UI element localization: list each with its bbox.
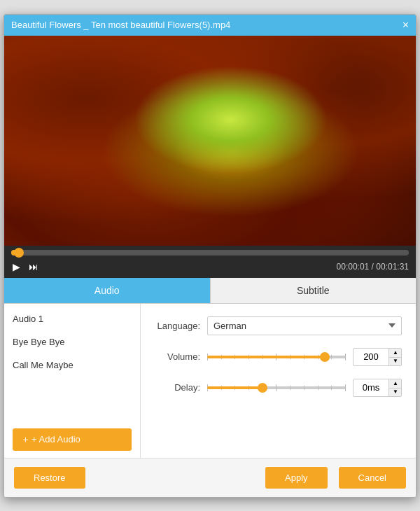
audio-item[interactable]: Bye Bye Bye <box>4 330 140 354</box>
forward-button[interactable]: ⏭ <box>27 260 40 274</box>
volume-slider-track <box>207 356 346 358</box>
total-time: 00:01:31 <box>376 262 409 272</box>
footer-bar: Restore Apply Cancel <box>4 458 416 497</box>
delay-slider-track <box>207 386 346 389</box>
main-window: Beautiful Flowers _ Ten most beautiful F… <box>4 14 416 498</box>
play-icon: ▶ <box>13 261 20 272</box>
audio-item[interactable]: Audio 1 <box>4 307 140 330</box>
progress-fill <box>11 250 19 255</box>
volume-slider-container[interactable] <box>207 350 346 364</box>
volume-label: Volume: <box>155 351 200 362</box>
footer-right: Apply Cancel <box>265 467 406 489</box>
language-select[interactable]: German English French Spanish Italian <box>207 316 402 335</box>
add-audio-button[interactable]: ＋ + Add Audio <box>13 428 132 451</box>
audio-list: Audio 1 Bye Bye Bye Call Me Maybe <box>4 304 140 421</box>
delay-spinner: ▲ ▼ <box>388 379 402 396</box>
play-button[interactable]: ▶ <box>11 260 22 274</box>
volume-spinner: ▲ ▼ <box>388 349 402 365</box>
audio-item[interactable]: Call Me Maybe <box>4 354 140 377</box>
forward-icon: ⏭ <box>29 261 38 272</box>
volume-row: Volume: <box>155 348 402 366</box>
volume-input-container: 200 ▲ ▼ <box>353 348 402 366</box>
window-title: Beautiful Flowers _ Ten most beautiful F… <box>11 20 230 30</box>
video-player <box>4 36 416 246</box>
delay-up-button[interactable]: ▲ <box>389 379 402 388</box>
volume-fill <box>207 356 325 358</box>
tab-subtitle[interactable]: Subtitle <box>211 278 416 303</box>
volume-thumb[interactable] <box>320 352 330 362</box>
restore-button[interactable]: Restore <box>14 467 85 489</box>
delay-slider-container[interactable] <box>207 381 346 395</box>
language-row: Language: German English French Spanish … <box>155 316 402 335</box>
delay-input[interactable]: 0ms <box>354 379 388 396</box>
volume-input[interactable]: 200 <box>354 349 388 365</box>
volume-down-button[interactable]: ▼ <box>389 357 402 365</box>
time-display: 00:00:01 / 00:01:31 <box>337 262 409 272</box>
progress-bar[interactable] <box>11 250 409 255</box>
delay-label: Delay: <box>155 382 200 393</box>
tabs-row: Audio Subtitle <box>4 278 416 304</box>
titlebar: Beautiful Flowers _ Ten most beautiful F… <box>4 15 416 36</box>
delay-row: Delay: <box>155 379 402 397</box>
close-button[interactable]: × <box>402 20 409 31</box>
apply-button[interactable]: Apply <box>265 467 328 489</box>
controls-left: ▶ ⏭ <box>11 260 40 274</box>
volume-up-button[interactable]: ▲ <box>389 349 402 357</box>
delay-input-container: 0ms ▲ ▼ <box>353 379 402 397</box>
settings-panel: Language: German English French Spanish … <box>141 304 416 458</box>
delay-fill <box>207 386 262 389</box>
controls-bar: ▶ ⏭ 00:00:01 / 00:01:31 <box>4 246 416 278</box>
video-thumbnail <box>4 36 416 246</box>
add-audio-icon: ＋ <box>21 433 30 446</box>
audio-list-panel: Audio 1 Bye Bye Bye Call Me Maybe ＋ + Ad… <box>4 304 141 458</box>
delay-down-button[interactable]: ▼ <box>389 388 402 396</box>
progress-thumb <box>14 248 24 258</box>
tab-audio[interactable]: Audio <box>4 278 210 303</box>
controls-row: ▶ ⏭ 00:00:01 / 00:01:31 <box>11 260 409 274</box>
cancel-button[interactable]: Cancel <box>339 467 406 489</box>
content-area: Audio 1 Bye Bye Bye Call Me Maybe ＋ + Ad… <box>4 304 416 458</box>
language-label: Language: <box>155 321 200 331</box>
delay-thumb[interactable] <box>258 383 267 393</box>
current-time: 00:00:01 <box>337 262 370 272</box>
